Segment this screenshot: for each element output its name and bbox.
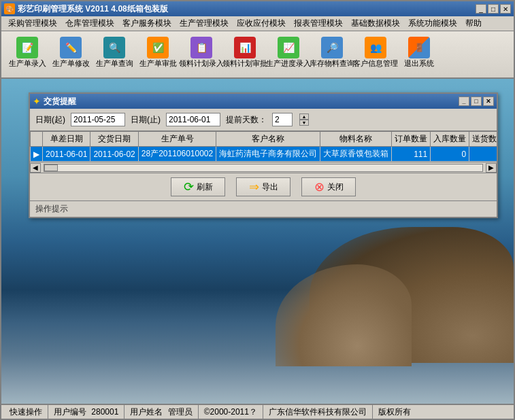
scroll-right-btn[interactable]: ▶	[486, 163, 497, 173]
scroll-track[interactable]	[44, 164, 483, 172]
menu-basic-data[interactable]: 基础数据模块	[347, 16, 404, 31]
spinner-up[interactable]: ▲	[299, 113, 309, 120]
bottom-status-bar: 快速操作 用户编号 280001 用户姓名 管理员 ©2000-2011？ 广东…	[1, 404, 514, 419]
user-id-value: 280001	[91, 407, 118, 417]
advance-days-input[interactable]	[272, 113, 293, 126]
menu-system[interactable]: 系统功能模块	[404, 16, 461, 31]
minimize-button[interactable]: _	[476, 4, 486, 14]
start-date-label: 日期(起)	[35, 114, 65, 126]
menu-finance[interactable]: 应收应付模块	[233, 16, 290, 31]
col-header-production-no: 生产单号	[138, 132, 216, 147]
ops-hint-bar: 操作提示	[30, 200, 497, 217]
cell-delivery-date: 2011-06-02	[90, 147, 138, 162]
company-section: 广东信华软件科技有限公司	[263, 405, 373, 419]
end-date-input[interactable]	[166, 113, 220, 126]
cell-stock-qty: 0	[431, 147, 469, 162]
btn-production-progress-label: 生产进度录入	[266, 58, 311, 69]
menu-warehouse[interactable]: 仓库管理模块	[61, 16, 118, 31]
btn-production-edit[interactable]: ✏️ 生产单修改	[50, 35, 91, 74]
quick-ops-section: 快速操作	[4, 405, 48, 419]
app-title: 彩艺印刷管理系统 V2011 4.08纸箱包装版	[18, 3, 168, 15]
close-icon: ⊗	[314, 179, 325, 194]
menu-help[interactable]: 帮助	[461, 16, 486, 31]
spinner-down[interactable]: ▼	[299, 120, 309, 126]
rights-section: 版权所有	[373, 405, 416, 419]
table-header-row: 单差日期 交货日期 生产单号 客户名称 物料名称 订单数量 入库数量 送货数量 …	[31, 132, 497, 147]
btn-production-query-label: 生产单查询	[96, 58, 133, 69]
quick-ops-label: 快速操作	[10, 407, 42, 417]
username-value: 管理员	[168, 407, 193, 417]
btn-production-approve-label: 生产单审批	[139, 58, 177, 69]
cell-production-no: 28产201106010002	[138, 147, 216, 162]
scroll-thumb[interactable]	[44, 164, 58, 171]
cell-material: 大草原香馍包装箱	[320, 147, 392, 162]
btn-material-plan-entry[interactable]: 📋 领料计划录入	[181, 35, 222, 74]
exit-icon: 🚪	[408, 37, 430, 58]
col-header-delivery-qty: 送货数量	[469, 132, 497, 147]
start-date-input[interactable]	[71, 113, 125, 126]
menu-bar: 采购管理模块 仓库管理模块 客户服务模块 生产管理模块 应收应付模块 报表管理模…	[1, 16, 514, 31]
main-window: 🎨 彩艺印刷管理系统 V2011 4.08纸箱包装版 _ □ ✕ 采购管理模块 …	[0, 0, 515, 420]
btn-material-plan-entry-label: 领料计划录入	[179, 58, 224, 69]
export-icon: ⇒	[249, 179, 259, 194]
dialog-maximize[interactable]: □	[471, 97, 482, 106]
cell-delivery-qty: 0	[469, 147, 497, 162]
btn-production-entry-label: 生产单录入	[9, 58, 46, 69]
dialog-star-icon: ✦	[33, 96, 41, 107]
refresh-icon: ⟳	[184, 179, 194, 194]
export-button[interactable]: ⇒ 导出	[236, 177, 290, 196]
btn-customer-mgmt[interactable]: 👥 客户信息管理	[355, 35, 396, 74]
btn-production-entry[interactable]: 📝 生产单录入	[7, 35, 48, 74]
table-row[interactable]: ▶ 2011-06-01 2011-06-02 28产201106010002 …	[31, 147, 497, 162]
app-icon: 🎨	[4, 3, 15, 14]
export-label: 导出	[262, 181, 278, 193]
menu-customer[interactable]: 客户服务模块	[118, 16, 176, 31]
btn-exit[interactable]: 🚪 退出系统	[399, 35, 439, 74]
menu-reports[interactable]: 报表管理模块	[290, 16, 347, 31]
content-area: ✦ 交货提醒 _ □ ✕ 日期(起) 日期(止) 提前天数： ▲	[1, 79, 514, 404]
refresh-button[interactable]: ⟳ 刷新	[171, 177, 225, 196]
close-dialog-button[interactable]: ⊗ 关闭	[301, 177, 356, 196]
dialog-title-bar: ✦ 交货提醒 _ □ ✕	[30, 94, 497, 109]
col-header-customer: 客户名称	[216, 132, 320, 147]
material-plan-entry-icon: 📋	[190, 37, 212, 58]
data-table-container[interactable]: 单差日期 交货日期 生产单号 客户名称 物料名称 订单数量 入库数量 送货数量 …	[30, 131, 497, 162]
menu-purchase[interactable]: 采购管理模块	[4, 16, 61, 31]
dialog-close[interactable]: ✕	[483, 97, 494, 106]
col-header-arrow	[31, 132, 43, 147]
production-query-icon: 🔍	[103, 37, 125, 58]
advance-days-spinner: ▲ ▼	[299, 113, 309, 126]
col-header-material: 物料名称	[320, 132, 392, 147]
btn-production-approve[interactable]: ✅ 生产单审批	[137, 35, 178, 74]
btn-inventory-query[interactable]: 🔎 库存物料查询	[312, 35, 352, 74]
btn-production-progress[interactable]: 📈 生产进度录入	[268, 35, 309, 74]
title-controls: _ □ ✕	[476, 4, 511, 14]
dialog-minimize[interactable]: _	[459, 97, 469, 106]
horizontal-scrollbar[interactable]: ◀ ▶	[30, 162, 497, 173]
copyright-section: ©2000-2011？	[199, 405, 263, 419]
cell-order-qty: 111	[392, 147, 431, 162]
production-approve-icon: ✅	[147, 37, 169, 58]
data-table: 单差日期 交货日期 生产单号 客户名称 物料名称 订单数量 入库数量 送货数量 …	[30, 131, 497, 162]
inventory-query-icon: 🔎	[321, 37, 343, 58]
btn-customer-mgmt-label: 客户信息管理	[353, 58, 398, 69]
production-entry-icon: 📝	[16, 37, 38, 58]
row-arrow: ▶	[31, 147, 43, 162]
close-label: 关闭	[327, 181, 344, 193]
btn-material-plan-approve-label: 领料计划审批	[222, 58, 267, 69]
customer-mgmt-icon: 👥	[365, 37, 386, 58]
btn-production-edit-label: 生产单修改	[52, 58, 90, 69]
btn-production-query[interactable]: 🔍 生产单查询	[94, 35, 135, 74]
delivery-reminder-dialog: ✦ 交货提醒 _ □ ✕ 日期(起) 日期(止) 提前天数： ▲	[29, 92, 498, 218]
maximize-button[interactable]: □	[488, 4, 499, 14]
close-button[interactable]: ✕	[500, 4, 511, 14]
dialog-title-left: ✦ 交货提醒	[33, 96, 76, 107]
end-date-label: 日期(止)	[131, 114, 161, 126]
dialog-title-text: 交货提醒	[44, 96, 76, 107]
advance-days-label: 提前天数：	[226, 114, 267, 126]
refresh-label: 刷新	[197, 181, 213, 193]
btn-material-plan-approve[interactable]: 📊 领料计划审批	[225, 35, 265, 74]
scroll-left-btn[interactable]: ◀	[30, 163, 41, 173]
dialog-controls: _ □ ✕	[459, 97, 494, 106]
menu-production[interactable]: 生产管理模块	[176, 16, 233, 31]
